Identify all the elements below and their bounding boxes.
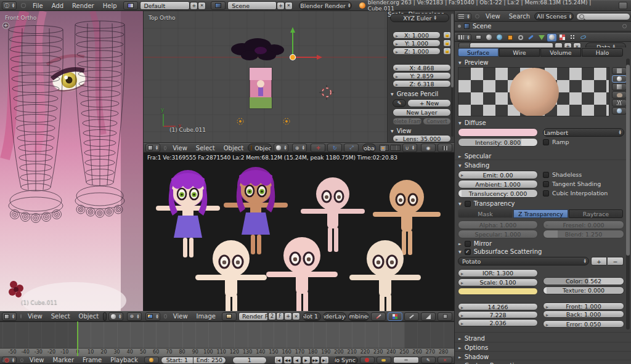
tab-particles-icon[interactable] [568, 33, 578, 42]
sss-scale-field[interactable]: Scale: 0.100 [458, 278, 538, 286]
image-browse-button[interactable] [222, 312, 237, 321]
sss-ior-field[interactable]: IOR: 1.300 [458, 269, 538, 277]
mirror-checkbox[interactable] [465, 241, 471, 247]
menu-image[interactable]: Image [192, 313, 220, 320]
tab-render-icon[interactable] [473, 33, 484, 42]
image-name-field[interactable]: Render Result [238, 312, 268, 321]
menu-view[interactable]: View [169, 313, 192, 320]
scene-browse-button[interactable] [211, 1, 226, 10]
info-editor-type-button[interactable]: ⓘ [2, 1, 17, 10]
tab-material-icon[interactable] [547, 33, 557, 42]
image-paint-button[interactable] [371, 312, 386, 321]
fake-user-button[interactable]: F [276, 312, 284, 320]
preview-sphere-button[interactable] [612, 75, 627, 83]
tab-scene-icon[interactable] [484, 33, 494, 42]
transparency-ztransp-button[interactable]: Z Transparency [513, 209, 568, 218]
outliner-scene-row[interactable]: Scene [455, 22, 631, 30]
panel-transparency[interactable]: Transparency [458, 200, 515, 208]
render-opengl-anim-button[interactable] [438, 144, 452, 152]
add-layout-button[interactable] [190, 2, 198, 10]
layout-browse-button[interactable] [123, 1, 138, 10]
rotation-mode-select[interactable]: XYZ Euler [390, 14, 449, 22]
render-opengl-button[interactable] [421, 144, 436, 152]
material-add-button[interactable] [564, 42, 572, 47]
panel-custom-properties[interactable]: Custom Properties [458, 362, 521, 364]
menu-view[interactable]: View [481, 13, 505, 20]
pivot-point-button[interactable]: ⊕ [127, 312, 142, 321]
lock-scale-x-icon[interactable]: 🔓 [443, 31, 451, 39]
material-type-surface-button[interactable]: Surface [458, 48, 499, 57]
current-frame-line[interactable] [77, 322, 78, 356]
lens-field[interactable]: Lens: 35.000 [393, 135, 451, 142]
preview-hair-button[interactable] [612, 99, 627, 107]
expand-dot-icon[interactable] [458, 25, 461, 28]
material-type-wire-button[interactable]: Wire [499, 48, 540, 57]
editor-type-image-button[interactable] [145, 312, 160, 321]
shadeless-checkbox[interactable] [543, 172, 549, 178]
editor-type-outliner-button[interactable] [457, 13, 471, 20]
dim-z-field[interactable]: Z: 6.318 [393, 80, 451, 87]
menu-add[interactable]: Add [47, 2, 68, 9]
manipulator-rotate-button[interactable]: ↻ [327, 144, 342, 152]
tab-texture-icon[interactable] [557, 33, 568, 42]
menu-view[interactable]: View [168, 145, 192, 152]
sss-texture-slider[interactable]: Texture: 0.000 [543, 286, 624, 294]
transform-orientation-select[interactable]: Global [362, 144, 376, 152]
editor-type-properties-button[interactable] [457, 34, 471, 41]
editor-type-3dview-button[interactable] [145, 144, 160, 152]
tangent-shading-checkbox[interactable] [543, 181, 549, 187]
grease-new-button[interactable]: +New [407, 99, 451, 107]
panel-preview[interactable]: Preview [458, 59, 489, 67]
outliner-search-input[interactable] [576, 13, 630, 20]
image-draw-alpha-button[interactable] [421, 312, 436, 321]
convert-button[interactable]: Convert [423, 118, 451, 125]
transparency-checkbox[interactable] [465, 201, 471, 207]
panel-mirror[interactable]: Mirror [458, 240, 492, 248]
collapse-menus-icon[interactable] [20, 314, 22, 318]
cubic-interpolation-checkbox[interactable] [543, 190, 549, 196]
sss-color-swatch[interactable] [458, 288, 538, 295]
translucency-slider[interactable]: Translucency: 0.000 [458, 189, 538, 198]
sss-back-field[interactable]: Back: 1.000 [543, 310, 624, 318]
collapse-menus-icon[interactable] [21, 3, 26, 8]
mode-select[interactable]: Object Mode [103, 312, 107, 321]
manipulator-translate-button[interactable]: ✛ [311, 144, 325, 152]
sss-front-field[interactable]: Front: 1.000 [543, 302, 624, 310]
diffuse-intensity-slider[interactable]: Intensity: 0.800 [458, 138, 538, 147]
menu-object[interactable]: Object [219, 145, 248, 152]
tab-physics-icon[interactable] [578, 33, 588, 42]
open-n-panel-icon[interactable]: + [2, 22, 9, 29]
render-engine-select[interactable]: Blender Render [299, 1, 352, 10]
restrict-toggle-icon[interactable] [622, 24, 627, 28]
material-name-field[interactable] [470, 42, 553, 47]
dim-x-field[interactable]: X: 4.868 [393, 64, 451, 71]
blend-slider[interactable]: Blend: 1.250 [543, 230, 624, 238]
image-clipboard-button[interactable] [438, 312, 452, 321]
panel-sss[interactable]: Subsurface Scattering [458, 248, 542, 256]
viewport-shading-button[interactable] [274, 144, 288, 152]
preview-sphere-sky-button[interactable] [612, 107, 627, 115]
emit-field[interactable]: Emit: 0.00 [458, 171, 538, 179]
menu-help[interactable]: Help [99, 2, 121, 9]
sss-radius-b-field[interactable]: 2.036 [458, 319, 538, 326]
lock-scale-z-icon[interactable]: 🔓 [443, 47, 451, 55]
tab-object-data-icon[interactable] [536, 33, 547, 42]
grease-pencil-draw-button[interactable] [393, 99, 406, 107]
image-editor[interactable]: Fra:1 Ve:3169555 Fa:2871540 La:2 Mem:68.… [144, 153, 454, 311]
lock-scale-y-icon[interactable]: 🔓 [443, 39, 451, 47]
new-layer-button[interactable]: New Layer [393, 108, 451, 116]
display-channels-button[interactable] [388, 312, 402, 321]
scale-z-field[interactable]: Z: 1.000 [393, 47, 441, 55]
diffuse-color-swatch[interactable] [458, 128, 538, 137]
sss-color-slider[interactable]: Color: 0.562 [543, 277, 624, 285]
sss-error-field[interactable]: Error: 0.050 [543, 320, 624, 328]
image-users-button[interactable]: 2 [268, 312, 276, 320]
window-duplicate-icon[interactable] [619, 2, 627, 9]
tab-world-icon[interactable] [494, 33, 505, 42]
scale-x-field[interactable]: X: 1.000 [393, 31, 441, 39]
menu-search[interactable]: Search [505, 13, 534, 20]
dim-y-field[interactable]: Y: 2.859 [393, 72, 451, 79]
material-unlink-button[interactable] [573, 42, 581, 47]
layout-name-field[interactable]: Default [140, 1, 190, 10]
pivot-point-button[interactable]: ⊕ [292, 144, 307, 152]
